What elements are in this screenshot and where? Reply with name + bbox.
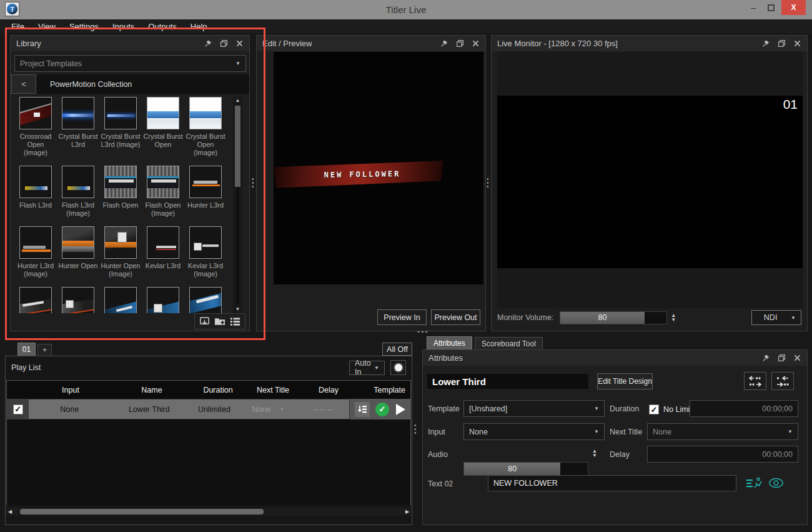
- play-button[interactable]: [396, 404, 405, 415]
- template-thumbnail[interactable]: [104, 97, 137, 129]
- pin-icon[interactable]: [762, 39, 770, 48]
- splitter-handle[interactable]: •••: [487, 178, 489, 189]
- template-thumbnail[interactable]: [147, 97, 179, 129]
- template-thumbnail[interactable]: [104, 287, 137, 313]
- delay-field[interactable]: 00:00;00: [647, 446, 798, 463]
- pin-icon[interactable]: [762, 354, 770, 362]
- library-item[interactable]: [58, 287, 98, 313]
- close-panel-icon[interactable]: [793, 354, 801, 362]
- library-item[interactable]: [16, 287, 56, 313]
- library-item[interactable]: [186, 287, 225, 313]
- menu-inputs[interactable]: Inputs: [112, 22, 134, 31]
- template-dropdown[interactable]: [Unshared] ▼: [463, 400, 605, 417]
- scroll-right-icon[interactable]: ▶: [404, 509, 411, 514]
- library-category-dropdown[interactable]: Project Templates ▼: [14, 55, 246, 72]
- template-thumbnail[interactable]: [104, 166, 137, 198]
- restore-icon[interactable]: [778, 39, 786, 48]
- splitter-handle[interactable]: •••: [414, 424, 417, 435]
- volume-stepper[interactable]: ▲▼: [671, 313, 676, 322]
- library-item[interactable]: Kevlar L3rd: [143, 226, 183, 278]
- monitor-volume-slider[interactable]: 80: [560, 311, 667, 324]
- menu-help[interactable]: Help: [191, 22, 207, 31]
- menu-file[interactable]: File: [11, 22, 24, 31]
- library-item[interactable]: Crossroad Open (Image): [16, 97, 56, 157]
- playlist-hscrollbar[interactable]: ◀ ▶: [6, 508, 411, 516]
- pin-icon[interactable]: [204, 39, 212, 48]
- restore-icon[interactable]: [220, 39, 228, 48]
- library-item[interactable]: Flash L3rd (Image): [58, 166, 98, 218]
- template-thumbnail[interactable]: [19, 226, 52, 259]
- output-select[interactable]: NDI ▼: [751, 310, 801, 325]
- library-item[interactable]: Hunter L3rd: [186, 166, 225, 218]
- library-item[interactable]: Flash L3rd: [16, 166, 56, 218]
- save-template-icon[interactable]: [199, 316, 210, 327]
- template-thumbnail[interactable]: [147, 166, 179, 198]
- scrollbar-thumb[interactable]: [235, 106, 240, 187]
- library-item[interactable]: Crystal Burst Open: [143, 97, 183, 157]
- playlist-row[interactable]: ✓ None Lower Third Unlimited None ▼ -- -…: [7, 399, 410, 419]
- scroll-up-icon[interactable]: ▲: [233, 97, 242, 104]
- playlist-tab-01[interactable]: 01: [17, 343, 36, 356]
- play-order-button[interactable]: [355, 402, 370, 417]
- scroll-left-icon[interactable]: ◀: [6, 509, 14, 514]
- hscrollbar-thumb[interactable]: [20, 509, 264, 514]
- menu-settings[interactable]: Settings: [69, 22, 99, 31]
- title-name-field[interactable]: Lower Third: [427, 374, 588, 389]
- audio-slider[interactable]: 80: [463, 462, 588, 476]
- all-off-button[interactable]: All Off: [382, 343, 412, 356]
- template-thumbnail[interactable]: [19, 97, 52, 129]
- add-playlist-tab[interactable]: +: [37, 344, 52, 356]
- library-item[interactable]: Flash Open (Image): [143, 166, 183, 218]
- library-item[interactable]: Hunter L3rd (Image): [16, 226, 56, 278]
- template-thumbnail[interactable]: [189, 226, 222, 259]
- library-item[interactable]: Crystal Burst L3rd: [58, 97, 98, 157]
- template-thumbnail[interactable]: [189, 287, 222, 313]
- no-limit-control[interactable]: ✓ No Limit: [649, 404, 692, 414]
- menu-outputs[interactable]: Outputs: [148, 22, 177, 31]
- no-limit-checkbox[interactable]: ✓: [649, 404, 659, 414]
- close-panel-icon[interactable]: [235, 39, 244, 48]
- tab-attributes[interactable]: Attributes: [427, 336, 472, 349]
- library-item[interactable]: Flash Open: [101, 166, 141, 218]
- list-view-icon[interactable]: [230, 317, 240, 326]
- menu-view[interactable]: View: [38, 22, 56, 31]
- library-item[interactable]: Hunter Open: [58, 226, 98, 278]
- duration-field[interactable]: 00:00;00: [690, 400, 798, 417]
- template-thumbnail[interactable]: [19, 166, 52, 198]
- splitter-handle[interactable]: •••: [252, 178, 254, 189]
- preview-in-button[interactable]: Preview In: [377, 309, 427, 325]
- back-button[interactable]: <: [11, 74, 36, 94]
- row-next-title-dropdown[interactable]: None ▼: [240, 405, 296, 414]
- template-thumbnail[interactable]: [189, 166, 222, 198]
- record-button[interactable]: [390, 360, 406, 375]
- audio-stepper[interactable]: ▲▼: [592, 446, 597, 460]
- transition-in-button[interactable]: [744, 372, 766, 390]
- template-thumbnail[interactable]: [62, 287, 94, 313]
- template-thumbnail[interactable]: [62, 226, 94, 259]
- transition-out-button[interactable]: [771, 372, 794, 390]
- template-thumbnail[interactable]: [147, 226, 179, 259]
- text02-input[interactable]: NEW FOLLOWER: [488, 475, 736, 491]
- close-panel-icon[interactable]: [793, 39, 801, 48]
- next-title-dropdown[interactable]: None ▼: [647, 423, 798, 440]
- auto-in-dropdown[interactable]: Auto In ▼: [349, 361, 385, 375]
- close-panel-icon[interactable]: [472, 39, 480, 48]
- restore-icon[interactable]: [456, 39, 464, 48]
- template-thumbnail[interactable]: [19, 287, 52, 313]
- scroll-down-icon[interactable]: ▼: [233, 306, 242, 313]
- close-button[interactable]: X: [781, 0, 806, 15]
- template-thumbnail[interactable]: [104, 226, 137, 259]
- status-check-icon[interactable]: ✓: [375, 403, 389, 416]
- library-scrollbar[interactable]: ▲ ▼: [233, 97, 242, 313]
- library-item[interactable]: [143, 287, 183, 313]
- library-item[interactable]: Kevlar L3rd (Image): [186, 226, 225, 278]
- input-dropdown[interactable]: None ▼: [463, 423, 605, 440]
- template-thumbnail[interactable]: [62, 97, 94, 129]
- text-animation-icon[interactable]: [746, 477, 762, 489]
- tab-scoreboard-tool[interactable]: Scoreboard Tool: [475, 337, 543, 349]
- library-item[interactable]: Hunter Open (Image): [101, 226, 141, 278]
- maximize-button[interactable]: [763, 2, 779, 14]
- template-thumbnail[interactable]: [147, 287, 179, 313]
- restore-icon[interactable]: [778, 354, 786, 362]
- edit-title-design-button[interactable]: Edit Title Design: [597, 373, 653, 389]
